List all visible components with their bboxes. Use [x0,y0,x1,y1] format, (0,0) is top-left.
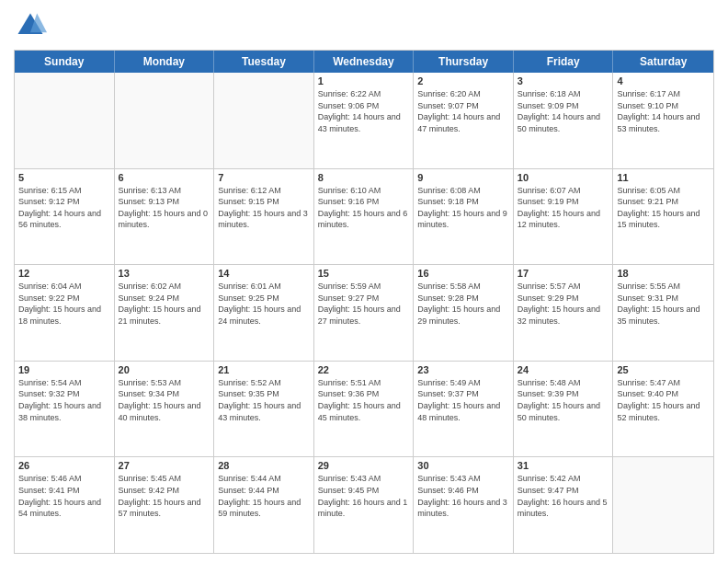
calendar-cell: 15Sunrise: 5:59 AMSunset: 9:27 PMDayligh… [314,265,415,361]
calendar-cell: 13Sunrise: 6:02 AMSunset: 9:24 PMDayligh… [115,265,215,361]
calendar-row: 26Sunrise: 5:46 AMSunset: 9:41 PMDayligh… [15,456,713,553]
day-info: Sunrise: 6:08 AMSunset: 9:18 PMDaylight:… [417,185,509,231]
day-info: Sunrise: 5:47 AMSunset: 9:40 PMDaylight:… [617,377,710,423]
calendar-cell: 25Sunrise: 5:47 AMSunset: 9:40 PMDayligh… [613,362,713,457]
day-number: 9 [417,172,509,183]
day-number: 26 [18,460,110,471]
cal-header-cell: Tuesday [214,51,314,73]
calendar-cell: 5Sunrise: 6:15 AMSunset: 9:12 PMDaylight… [15,169,115,265]
cal-header-cell: Monday [115,51,215,73]
day-number: 20 [119,364,210,375]
calendar-cell [214,73,314,168]
day-info: Sunrise: 5:43 AMSunset: 9:45 PMDaylight:… [318,473,410,519]
calendar-cell: 21Sunrise: 5:52 AMSunset: 9:35 PMDayligh… [214,362,314,457]
calendar-cell: 1Sunrise: 6:22 AMSunset: 9:06 PMDaylight… [314,73,415,168]
day-info: Sunrise: 5:57 AMSunset: 9:29 PMDaylight:… [518,281,609,327]
day-number: 25 [617,364,710,375]
day-number: 31 [518,460,609,471]
day-info: Sunrise: 6:12 AMSunset: 9:15 PMDaylight:… [218,185,310,231]
day-number: 12 [18,268,110,279]
day-info: Sunrise: 5:43 AMSunset: 9:46 PMDaylight:… [417,473,509,519]
day-info: Sunrise: 5:55 AMSunset: 9:31 PMDaylight:… [617,281,710,327]
calendar-cell: 29Sunrise: 5:43 AMSunset: 9:45 PMDayligh… [314,457,415,553]
cal-header-cell: Friday [514,51,614,73]
day-number: 4 [617,75,710,86]
calendar-cell: 9Sunrise: 6:08 AMSunset: 9:18 PMDaylight… [414,169,514,265]
calendar-cell: 12Sunrise: 6:04 AMSunset: 9:22 PMDayligh… [15,265,115,361]
day-info: Sunrise: 6:22 AMSunset: 9:06 PMDaylight:… [318,88,410,134]
calendar-cell: 24Sunrise: 5:48 AMSunset: 9:39 PMDayligh… [514,362,614,457]
calendar-cell [613,457,713,553]
day-number: 19 [18,364,110,375]
day-number: 22 [318,364,410,375]
calendar-cell: 7Sunrise: 6:12 AMSunset: 9:15 PMDaylight… [214,169,314,265]
calendar-cell: 23Sunrise: 5:49 AMSunset: 9:37 PMDayligh… [414,362,514,457]
calendar-cell [15,73,115,168]
header [14,9,714,42]
day-info: Sunrise: 6:17 AMSunset: 9:10 PMDaylight:… [617,88,710,134]
calendar-cell: 11Sunrise: 6:05 AMSunset: 9:21 PMDayligh… [613,169,713,265]
day-info: Sunrise: 5:42 AMSunset: 9:47 PMDaylight:… [518,473,609,519]
day-number: 1 [318,75,410,86]
day-number: 15 [318,268,410,279]
calendar-cell: 26Sunrise: 5:46 AMSunset: 9:41 PMDayligh… [15,457,115,553]
day-info: Sunrise: 5:45 AMSunset: 9:42 PMDaylight:… [119,473,210,519]
day-number: 16 [417,268,509,279]
cal-header-cell: Wednesday [314,51,415,73]
calendar-cell [115,73,215,168]
day-number: 29 [318,460,410,471]
day-number: 27 [119,460,210,471]
logo [14,9,51,42]
day-number: 13 [119,268,210,279]
day-number: 8 [318,172,410,183]
calendar-cell: 6Sunrise: 6:13 AMSunset: 9:13 PMDaylight… [115,169,215,265]
calendar-cell: 8Sunrise: 6:10 AMSunset: 9:16 PMDaylight… [314,169,415,265]
day-info: Sunrise: 5:53 AMSunset: 9:34 PMDaylight:… [119,377,210,423]
page: SundayMondayTuesdayWednesdayThursdayFrid… [0,0,728,563]
day-number: 11 [617,172,710,183]
day-info: Sunrise: 6:20 AMSunset: 9:07 PMDaylight:… [417,88,509,134]
day-number: 3 [518,75,609,86]
day-info: Sunrise: 5:52 AMSunset: 9:35 PMDaylight:… [218,377,310,423]
day-info: Sunrise: 5:54 AMSunset: 9:32 PMDaylight:… [18,377,110,423]
day-number: 2 [417,75,509,86]
day-info: Sunrise: 5:46 AMSunset: 9:41 PMDaylight:… [18,473,110,519]
calendar-cell: 17Sunrise: 5:57 AMSunset: 9:29 PMDayligh… [514,265,614,361]
day-info: Sunrise: 6:13 AMSunset: 9:13 PMDaylight:… [119,185,210,231]
day-info: Sunrise: 5:49 AMSunset: 9:37 PMDaylight:… [417,377,509,423]
day-number: 24 [518,364,609,375]
day-info: Sunrise: 6:07 AMSunset: 9:19 PMDaylight:… [518,185,609,231]
calendar-row: 12Sunrise: 6:04 AMSunset: 9:22 PMDayligh… [15,264,713,361]
day-info: Sunrise: 5:44 AMSunset: 9:44 PMDaylight:… [218,473,310,519]
day-number: 17 [518,268,609,279]
day-info: Sunrise: 6:04 AMSunset: 9:22 PMDaylight:… [18,281,110,327]
calendar-body: 1Sunrise: 6:22 AMSunset: 9:06 PMDaylight… [15,73,713,553]
day-info: Sunrise: 6:18 AMSunset: 9:09 PMDaylight:… [518,88,609,134]
day-info: Sunrise: 5:59 AMSunset: 9:27 PMDaylight:… [318,281,410,327]
calendar-cell: 31Sunrise: 5:42 AMSunset: 9:47 PMDayligh… [514,457,614,553]
calendar-row: 5Sunrise: 6:15 AMSunset: 9:12 PMDaylight… [15,168,713,265]
calendar-cell: 16Sunrise: 5:58 AMSunset: 9:28 PMDayligh… [414,265,514,361]
cal-header-cell: Thursday [414,51,514,73]
calendar-cell: 3Sunrise: 6:18 AMSunset: 9:09 PMDaylight… [514,73,614,168]
day-number: 10 [518,172,609,183]
calendar-cell: 20Sunrise: 5:53 AMSunset: 9:34 PMDayligh… [115,362,215,457]
cal-header-cell: Saturday [613,51,713,73]
cal-header-cell: Sunday [15,51,115,73]
calendar-cell: 4Sunrise: 6:17 AMSunset: 9:10 PMDaylight… [613,73,713,168]
calendar-cell: 10Sunrise: 6:07 AMSunset: 9:19 PMDayligh… [514,169,614,265]
calendar-cell: 22Sunrise: 5:51 AMSunset: 9:36 PMDayligh… [314,362,415,457]
logo-icon [14,9,47,42]
day-number: 6 [119,172,210,183]
calendar-cell: 27Sunrise: 5:45 AMSunset: 9:42 PMDayligh… [115,457,215,553]
day-number: 5 [18,172,110,183]
day-number: 30 [417,460,509,471]
calendar-cell: 18Sunrise: 5:55 AMSunset: 9:31 PMDayligh… [613,265,713,361]
day-number: 21 [218,364,310,375]
calendar-cell: 2Sunrise: 6:20 AMSunset: 9:07 PMDaylight… [414,73,514,168]
day-info: Sunrise: 6:10 AMSunset: 9:16 PMDaylight:… [318,185,410,231]
day-info: Sunrise: 5:58 AMSunset: 9:28 PMDaylight:… [417,281,509,327]
day-number: 14 [218,268,310,279]
day-info: Sunrise: 6:15 AMSunset: 9:12 PMDaylight:… [18,185,110,231]
calendar-cell: 30Sunrise: 5:43 AMSunset: 9:46 PMDayligh… [414,457,514,553]
